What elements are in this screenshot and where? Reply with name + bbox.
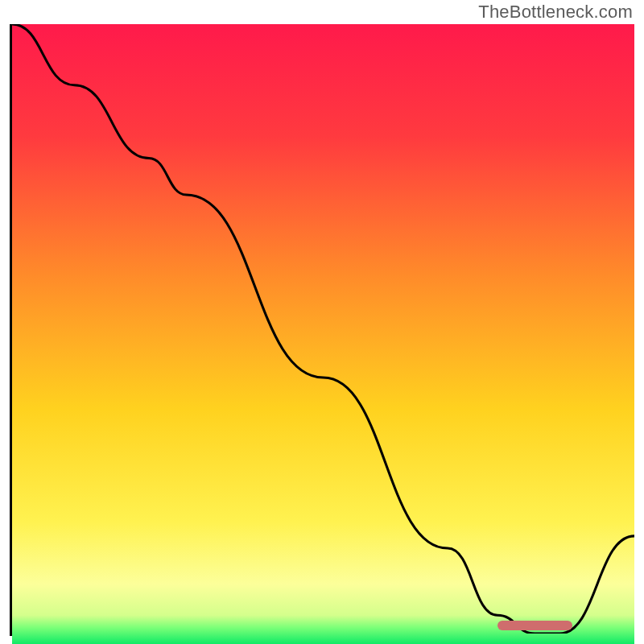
optimum-marker <box>497 621 572 630</box>
chart-root: TheBottleneck.com <box>0 0 644 644</box>
bottleneck-curve <box>12 24 634 634</box>
plot-area <box>10 24 634 636</box>
attribution-label: TheBottleneck.com <box>478 2 633 23</box>
